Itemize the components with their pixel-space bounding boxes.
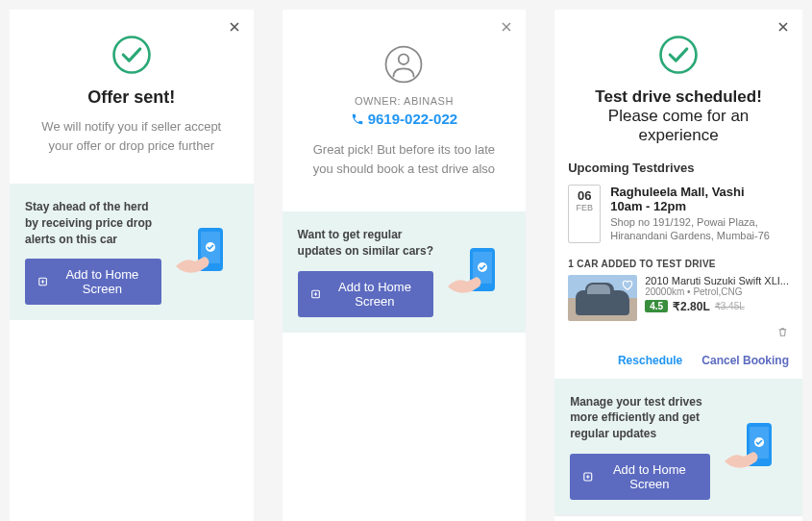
test-drive-card: Test drive scheduled! Please come for an…: [554, 10, 802, 521]
car-list-item: 2010 Maruti Suzuki Swift XLI... 20000km …: [554, 275, 802, 325]
car-thumbnail: [568, 275, 637, 321]
car-name: 2010 Maruti Suzuki Swift XLI...: [645, 275, 789, 286]
add-to-home-screen-button[interactable]: Add to Home Screen: [298, 271, 434, 317]
svg-point-6: [399, 54, 409, 64]
promo-text: Stay ahead of the herd by receiving pric…: [25, 199, 161, 247]
heart-icon[interactable]: [621, 278, 634, 295]
car-old-price: ₹3.45L: [715, 301, 745, 311]
a2hs-label: Add to Home Screen: [601, 462, 699, 491]
owner-phone-link[interactable]: 9619-022-022: [351, 111, 457, 127]
date-month: FEB: [569, 203, 600, 212]
date-badge: 06 FEB: [568, 185, 601, 243]
hand-phone-illustration: [171, 223, 238, 281]
modal-subtitle: We will notify you if seller accept your…: [29, 117, 234, 155]
cars-added-label: 1 CAR ADDED TO TEST DRIVE: [554, 253, 802, 275]
promo-text: Manage your test drives more efficiently…: [570, 394, 710, 442]
promo-banner: Manage your test drives more efficiently…: [554, 379, 802, 515]
svg-point-11: [661, 37, 697, 73]
date-day: 06: [569, 188, 600, 203]
upcoming-title: Upcoming Testdrives: [554, 161, 802, 185]
check-circle-icon: [111, 34, 153, 76]
help-section: Need Help? Contact Sales Agent 9619-022-…: [554, 515, 802, 521]
close-icon[interactable]: [227, 19, 242, 38]
trash-icon[interactable]: [776, 325, 789, 341]
svg-point-0: [113, 37, 149, 73]
promo-banner: Want to get regular updates on similar c…: [283, 211, 527, 333]
rating-badge: 4.5: [645, 300, 668, 312]
close-icon[interactable]: [499, 19, 514, 38]
location-address: Shop no 191/192, Powai Plaza, Hiranandan…: [610, 215, 789, 243]
hand-phone-illustration: [443, 243, 510, 301]
promo-text: Want to get regular updates on similar c…: [298, 227, 434, 260]
time-slot: 10am - 12pm: [610, 199, 789, 213]
add-to-home-screen-button[interactable]: Add to Home Screen: [25, 259, 161, 305]
hand-phone-illustration: [720, 418, 787, 476]
owner-phone-number: 9619-022-022: [368, 111, 457, 127]
car-price: ₹2.80L: [673, 300, 710, 313]
close-icon[interactable]: [775, 19, 791, 38]
location-name: Raghuleela Mall, Vashi: [610, 185, 789, 199]
reschedule-link[interactable]: Reschedule: [618, 354, 682, 367]
modal-subtitle: Great pick! But before its too late you …: [302, 140, 507, 178]
modal-title: Test drive scheduled! Please come for an…: [574, 87, 783, 145]
offer-sent-card: Offer sent! We will notify you if seller…: [10, 10, 254, 521]
user-icon: [382, 43, 425, 86]
modal-title: Offer sent!: [29, 87, 234, 108]
promo-banner: Stay ahead of the herd by receiving pric…: [10, 184, 254, 320]
check-circle-icon: [657, 34, 700, 76]
add-to-home-screen-button[interactable]: Add to Home Screen: [570, 454, 710, 500]
cancel-booking-link[interactable]: Cancel Booking: [701, 354, 789, 367]
a2hs-label: Add to Home Screen: [328, 280, 423, 309]
owner-label: OWNER: ABINASH: [302, 95, 507, 107]
car-meta: 20000km • Petrol,CNG: [645, 286, 789, 297]
contact-card: OWNER: ABINASH 9619-022-022 Great pick! …: [283, 10, 527, 521]
a2hs-label: Add to Home Screen: [55, 267, 150, 296]
appointment-row: 06 FEB Raghuleela Mall, Vashi 10am - 12p…: [554, 185, 802, 253]
